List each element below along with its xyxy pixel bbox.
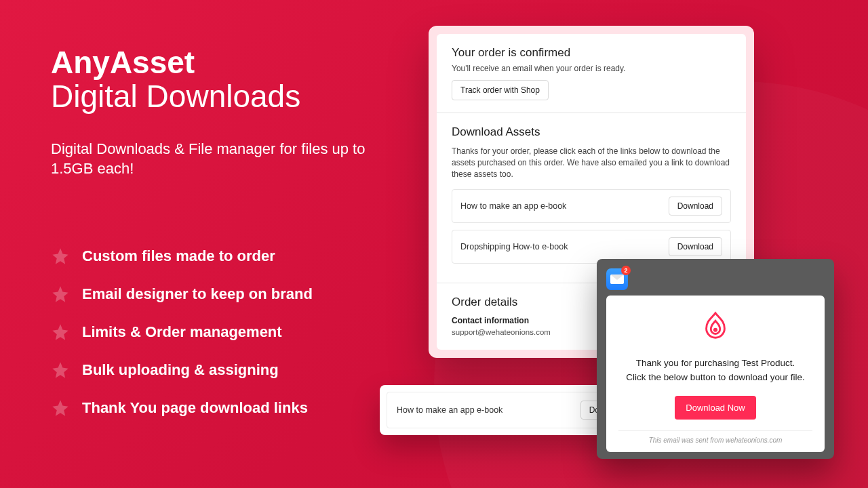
- hero-subtitle: Digital Downloads & File manager for fil…: [51, 139, 403, 179]
- feature-item: Thank You page download links: [51, 399, 403, 418]
- email-instruction: Click the below button to download your …: [618, 372, 812, 382]
- track-order-button[interactable]: Track order with Shop: [452, 80, 549, 100]
- star-icon: [51, 361, 70, 380]
- contact-value: support@wehateonions.com: [452, 328, 578, 336]
- feature-text: Email designer to keep on brand: [82, 285, 313, 303]
- download-assets-intro: Thanks for your order, please click each…: [452, 146, 731, 180]
- star-icon: [51, 399, 70, 418]
- download-button[interactable]: Download: [669, 197, 722, 216]
- hero-block: AnyAsset Digital Downloads Digital Downl…: [51, 46, 403, 436]
- notification-badge: 2: [621, 266, 631, 275]
- asset-row: How to make an app e-book Download: [452, 189, 731, 223]
- feature-list: Custom files made to order Email designe…: [51, 247, 403, 418]
- star-icon: [51, 285, 70, 304]
- envelope-icon: [610, 274, 624, 284]
- order-confirmed-title: Your order is confirmed: [452, 46, 731, 60]
- asset-name: How to make an app e-book: [397, 405, 502, 415]
- download-assets-title: Download Assets: [452, 125, 731, 139]
- mail-app-icon: 2: [606, 268, 628, 290]
- download-now-button[interactable]: Download Now: [675, 396, 755, 420]
- asset-name: How to make an app e-book: [460, 201, 566, 211]
- svg-point-0: [713, 328, 717, 332]
- feature-text: Custom files made to order: [82, 247, 275, 265]
- feature-item: Email designer to keep on brand: [51, 285, 403, 304]
- feature-text: Limits & Order management: [82, 323, 282, 341]
- email-body: Thank you for purchasing Test Product. C…: [606, 296, 825, 452]
- feature-item: Custom files made to order: [51, 247, 403, 266]
- hero-title-bold: AnyAsset: [51, 46, 403, 79]
- download-assets-section: Download Assets Thanks for your order, p…: [437, 113, 746, 283]
- order-confirmed-section: Your order is confirmed You'll receive a…: [437, 34, 746, 113]
- feature-item: Bulk uploading & assigning: [51, 361, 403, 380]
- download-button[interactable]: Download: [669, 237, 722, 256]
- feature-item: Limits & Order management: [51, 323, 403, 342]
- flame-icon: [700, 310, 731, 342]
- star-icon: [51, 247, 70, 266]
- feature-text: Thank You page download links: [82, 399, 308, 417]
- contact-heading: Contact information: [452, 316, 578, 325]
- email-footer: This email was sent from wehateonions.co…: [618, 430, 812, 444]
- email-panel: 2 Thank you for purchasing Test Product.…: [597, 259, 834, 459]
- email-thank-you: Thank you for purchasing Test Product.: [618, 358, 812, 368]
- order-confirmed-subtitle: You'll receive an email when your order …: [452, 64, 731, 73]
- star-icon: [51, 323, 70, 342]
- hero-title-light: Digital Downloads: [51, 80, 403, 113]
- feature-text: Bulk uploading & assigning: [82, 361, 279, 379]
- asset-name: Dropshipping How-to e-book: [460, 242, 568, 251]
